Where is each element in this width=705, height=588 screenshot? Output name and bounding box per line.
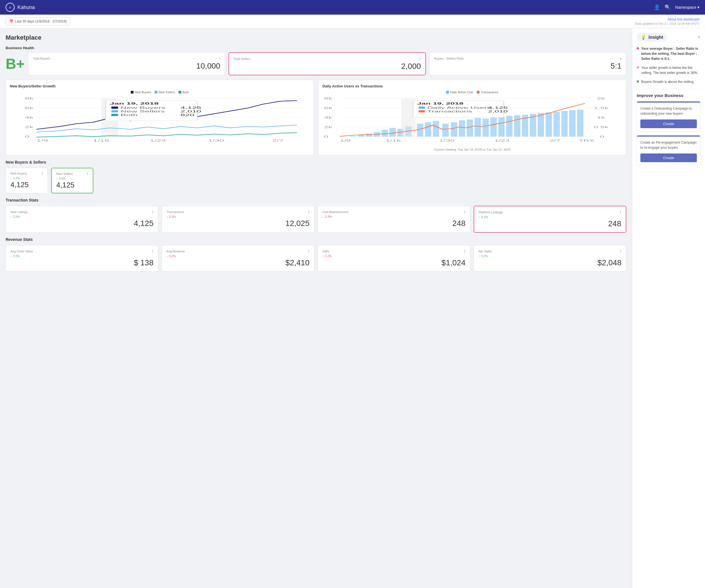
net-sales-change: ↑ 3.2% (478, 254, 621, 258)
revenue-section-title: Revenue Stats (6, 237, 626, 242)
platform-leakage-value: 248 (479, 219, 621, 228)
insight-header: 💡 Insight × (637, 33, 701, 42)
insight-item-2: Your seller growth is below the the sett… (637, 65, 701, 75)
transaction-stats-section: Transaction Stats New Listings ℹ ↑ 3.2% … (6, 198, 626, 233)
grade-card: B+ (6, 52, 25, 75)
info-icon-sellers[interactable]: ℹ (419, 57, 421, 61)
date-filter[interactable]: 📅 Last 30 days (1/9/2018 - 2/7/2018) (6, 17, 70, 25)
insight-item-3: Buyers Growth is above the setting (637, 79, 701, 84)
info-icon-ratio[interactable]: ℹ (620, 56, 621, 60)
svg-text:1/16: 1/16 (93, 139, 109, 142)
transactions-title: Transactions ℹ (167, 210, 310, 214)
chart1-legend: New Buyers New Sellers Both (10, 91, 310, 94)
avg-order-change: ↑ 3.2% (10, 254, 153, 258)
cart-abandonment-change: ↓ 3.2% (322, 215, 466, 218)
svg-rect-51 (366, 134, 372, 137)
create-campaign-1-button[interactable]: Create (640, 119, 697, 128)
info-icon-new-buyers[interactable]: ℹ (42, 172, 43, 176)
net-sales-card: Net Sales ℹ ↑ 3.2% $2,048 (474, 245, 626, 272)
revenue-grid: Avg Order Value ℹ ↑ 3.2% $ 138 Avg Reven… (6, 245, 626, 272)
platform-leakage-change: ↑ 3.2% (479, 215, 621, 219)
svg-rect-66 (490, 117, 497, 137)
campaign-text-2: Create an Re-engagement Campaign to re-e… (640, 140, 697, 150)
bullet-icon-green (637, 81, 639, 83)
page-title: Marketplace (6, 34, 626, 41)
header-right: 👤 🔍 Namespace ▾ (654, 4, 699, 10)
data-updated-text: Data updated on Oct 17, 2016 12:06 AM (P… (635, 22, 699, 25)
about-dashboard-link[interactable]: About this dashboard (635, 17, 699, 21)
total-buyers-title: Total Buyers ℹ (33, 56, 220, 60)
namespace-button[interactable]: Namespace ▾ (675, 5, 699, 9)
new-buyers-change: ↑ 3.2% (10, 177, 43, 180)
svg-text:Transactions: Transactions (427, 110, 472, 113)
total-sellers-title: Total Sellers ℹ (234, 57, 421, 61)
svg-text:2/7: 2/7 (550, 139, 561, 142)
svg-rect-54 (389, 128, 395, 137)
info-icon[interactable]: ℹ (219, 56, 220, 60)
create-campaign-2-button[interactable]: Create (640, 153, 697, 162)
buyers-sellers-cards: New Buyers ℹ ↑ 3.2% 4,125 New Sellers ℹ … (6, 168, 626, 193)
svg-text:1/30: 1/30 (208, 139, 224, 142)
avg-revenue-title: Avg Revenue ℹ (167, 249, 310, 253)
svg-rect-76 (569, 110, 575, 137)
svg-text:4k: 4k (25, 116, 34, 119)
daily-active-users-chart: Daily Active Users vs Transactions Daily… (318, 80, 626, 155)
new-listings-value: 4,125 (10, 219, 153, 228)
info-icon-new-sellers[interactable]: ℹ (87, 172, 88, 176)
info-icon-netsales[interactable]: ℹ (620, 249, 621, 253)
insight-close-button[interactable]: × (697, 34, 701, 40)
svg-text:6k: 6k (324, 106, 333, 110)
info-icon-cart[interactable]: ℹ (464, 210, 466, 214)
svg-text:1/16: 1/16 (385, 139, 401, 142)
info-icon-leakage[interactable]: ℹ (620, 210, 621, 214)
svg-text:2k: 2k (324, 126, 333, 129)
buyers-sellers-section: New Buyers & Sellers New Buyers ℹ ↑ 3.2%… (6, 160, 626, 193)
logo-text: Kahuna (17, 4, 35, 10)
subheader: 📅 Last 30 days (1/9/2018 - 2/7/2018) Abo… (0, 15, 705, 29)
header: ⊙ Kahuna 👤 🔍 Namespace ▾ (0, 0, 705, 15)
new-buyers-seller-growth-chart: New Buyers/Seller Growth New Buyers New … (6, 80, 314, 155)
info-icon-gmv[interactable]: ℹ (464, 249, 466, 253)
info-icon-listings[interactable]: ℹ (152, 210, 153, 214)
svg-text:4,125: 4,125 (488, 106, 508, 109)
svg-rect-64 (474, 118, 481, 137)
svg-text:0: 0 (324, 135, 329, 138)
calendar-icon: 📅 (9, 19, 13, 23)
transactions-value: 12,025 (167, 219, 310, 228)
info-icon-transactions[interactable]: ℹ (308, 210, 310, 214)
svg-text:1k: 1k (597, 116, 605, 119)
new-listings-change: ↑ 3.2% (10, 215, 153, 218)
chart2-legend: Daily Active User Transactions (322, 91, 622, 94)
insight-item-1: Your average Buyer : Seller Ratio is bel… (637, 46, 701, 61)
svg-text:2/7: 2/7 (272, 139, 284, 142)
logo-circle: ⊙ (6, 3, 15, 12)
date-range-text: Last 30 days (1/9/2018 - 2/7/2018) (15, 19, 66, 23)
svg-text:Both: Both (121, 113, 138, 117)
new-sellers-stat-card: New Sellers ℹ ↑ 3.2% 4,125 (51, 168, 93, 193)
new-buyers-stat-card: New Buyers ℹ ↑ 3.2% 4,125 (6, 168, 48, 193)
svg-text:2k: 2k (597, 97, 605, 100)
svg-rect-84 (419, 110, 425, 112)
svg-text:1/30: 1/30 (439, 139, 455, 142)
search-icon[interactable]: 🔍 (664, 4, 671, 10)
chart2-title: Daily Active Users vs Transactions (322, 84, 622, 88)
campaign-card-2: Create an Re-engagement Campaign to re-e… (637, 135, 701, 166)
svg-rect-24 (111, 114, 118, 116)
user-icon[interactable]: 👤 (654, 4, 660, 10)
svg-text:8k: 8k (324, 97, 333, 100)
svg-text:Jan 19, 2018: Jan 19, 2018 (417, 102, 464, 105)
svg-rect-77 (577, 110, 583, 137)
transactions-card: Transactions ℹ ↓ 3.2% 12,025 (161, 206, 314, 233)
svg-rect-18 (111, 106, 118, 109)
svg-rect-69 (514, 115, 520, 137)
svg-rect-63 (467, 119, 473, 137)
svg-text:1/9: 1/9 (340, 139, 351, 142)
info-icon-aov[interactable]: ℹ (152, 249, 153, 253)
svg-rect-75 (561, 111, 568, 137)
avg-revenue-change: ↓ 3.2% (167, 254, 310, 258)
svg-rect-59 (433, 121, 439, 137)
info-icon-avgrev[interactable]: ℹ (308, 249, 310, 253)
svg-text:TRX: TRX (579, 139, 595, 142)
legend-new-sellers: New Sellers (155, 91, 175, 94)
total-sellers-value: 2,000 (234, 62, 421, 71)
